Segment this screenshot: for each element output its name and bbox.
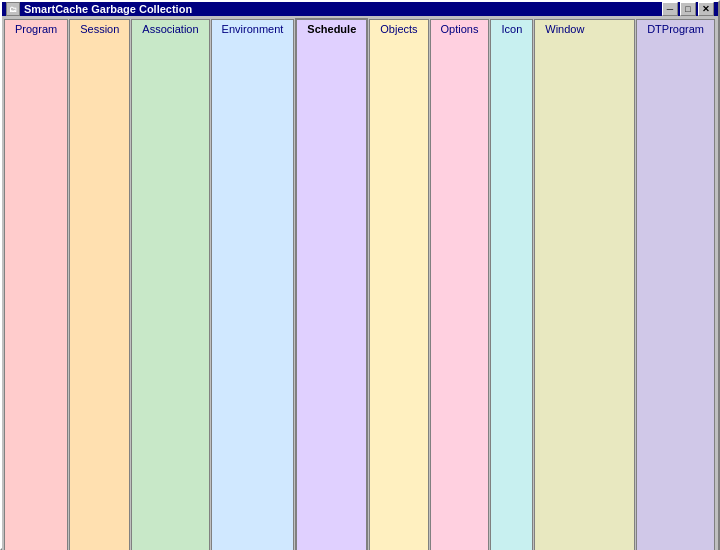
tab-environment[interactable]: Environment xyxy=(211,19,295,550)
app-icon: 🗂 xyxy=(6,2,20,16)
tab-bar: Program Session Association Environment … xyxy=(2,16,718,550)
tab-window[interactable]: Window xyxy=(534,19,635,550)
tab-options[interactable]: Options xyxy=(430,19,490,550)
tab-objects[interactable]: Objects xyxy=(369,19,428,550)
close-button[interactable]: ✕ xyxy=(698,2,714,16)
tab-program[interactable]: Program xyxy=(4,19,68,550)
maximize-button[interactable]: □ xyxy=(680,2,696,16)
tab-schedule[interactable]: Schedule xyxy=(295,18,368,550)
title-bar-left: 🗂 SmartCache Garbage Collection xyxy=(6,2,192,16)
minimize-button[interactable]: ─ xyxy=(662,2,678,16)
tab-dtprogram[interactable]: DTProgram xyxy=(636,19,715,550)
window-title: SmartCache Garbage Collection xyxy=(24,3,192,15)
title-bar: 🗂 SmartCache Garbage Collection ─ □ ✕ xyxy=(2,2,718,16)
tab-session[interactable]: Session xyxy=(69,19,130,550)
main-window: 🗂 SmartCache Garbage Collection ─ □ ✕ Pr… xyxy=(0,0,720,550)
tab-association[interactable]: Association xyxy=(131,19,209,550)
tab-icon[interactable]: Icon xyxy=(490,19,533,550)
title-bar-buttons: ─ □ ✕ xyxy=(662,2,714,16)
